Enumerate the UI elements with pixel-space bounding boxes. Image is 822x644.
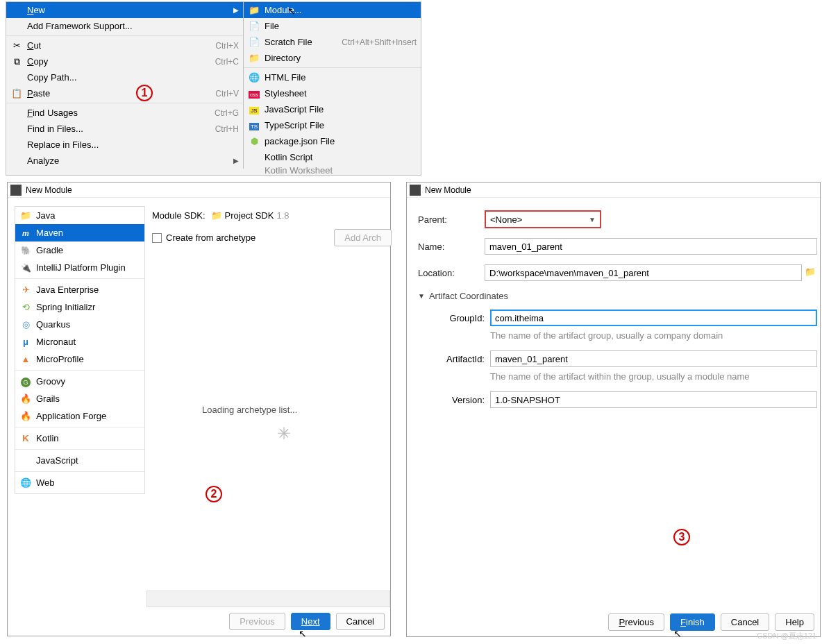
dialog-button-row: Previous Finish Cancel Help (608, 613, 814, 631)
sidebar-item-spring-initializr[interactable]: ⟲Spring Initializr (15, 298, 144, 316)
sidebar-item-quarkus[interactable]: ◎Quarkus (15, 316, 144, 333)
name-label: Name: (418, 242, 485, 252)
menu-item-cut[interactable]: ✂CutCtrl+X (6, 37, 243, 53)
sidebar-item-javascript[interactable]: JavaScript (15, 452, 144, 469)
menu-item-find-in-files-[interactable]: Find in Files...Ctrl+H (6, 121, 243, 137)
menu-item-find-usages[interactable]: Find UsagesCtrl+G (6, 105, 243, 121)
dialog-title-bar: New Module (8, 183, 390, 198)
menu-item-add-framework-support-[interactable]: Add Framework Support... (6, 18, 243, 34)
artifactid-input[interactable] (490, 350, 817, 367)
annotation-3: 3 (673, 529, 690, 545)
name-input[interactable] (485, 238, 817, 255)
sidebar-item-microprofile[interactable]: ▲MicroProfile (15, 350, 144, 368)
menu-item-paste[interactable]: 📋PasteCtrl+V (6, 85, 243, 101)
sidebar-item-intellij-platform-plugin[interactable]: 🔌IntelliJ Platform Plugin (15, 259, 144, 276)
module-sdk-dropdown[interactable]: 📁 Project SDK 1.8 (211, 210, 350, 221)
sidebar-item-java-enterprise[interactable]: ✈Java Enterprise (15, 281, 144, 298)
module-type-icon: 🔥 (19, 411, 32, 421)
menu-icon: JS (248, 104, 260, 115)
menu-item-stylesheet[interactable]: cssStylesheet (244, 85, 421, 101)
module-type-icon: 🔌 (19, 262, 32, 273)
menu-item-replace-in-files-[interactable]: Replace in Files... (6, 137, 243, 153)
menu-icon: 📁 (248, 53, 260, 63)
module-type-icon: ▲ (19, 354, 32, 364)
menu-item-html-file[interactable]: 🌐HTML File (244, 69, 421, 85)
menu-icon: css (248, 88, 260, 99)
menu-item-copy[interactable]: ⧉CopyCtrl+C (6, 53, 243, 69)
groupid-hint: The name of the artifact group, usually … (490, 330, 817, 341)
menu-item-kotlin-worksheet[interactable]: Kotlin Worksheet (244, 165, 421, 175)
version-label: Version: (437, 395, 485, 405)
dialog-title: New Module (425, 185, 471, 195)
sidebar-item-grails[interactable]: 🔥Grails (15, 390, 144, 407)
dialog-button-row: Previous Next Cancel (229, 613, 385, 630)
menu-item-javascript-file[interactable]: JSJavaScript File (244, 101, 421, 117)
module-type-icon: K (19, 433, 32, 443)
menu-item-kotlin-script[interactable]: Kotlin Script (244, 149, 421, 165)
create-from-archetype-label: Create from archetype (166, 232, 255, 243)
artifactid-label: ArtifactId: (437, 354, 485, 364)
next-button[interactable]: Next (291, 613, 330, 630)
archetype-list-placeholder (146, 591, 390, 607)
mouse-cursor: ↖ (287, 6, 296, 17)
cancel-button[interactable]: Cancel (721, 613, 769, 631)
sidebar-item-maven[interactable]: mMaven (15, 224, 144, 242)
artifact-coordinates-header[interactable]: ▼ Artifact Coordinates (418, 291, 817, 301)
previous-button[interactable]: Previous (229, 613, 285, 630)
new-module-dialog-step2: New Module 📁JavamMaven🐘Gradle🔌IntelliJ P… (7, 182, 391, 636)
module-type-icon: 🔥 (19, 393, 32, 404)
create-from-archetype-checkbox[interactable] (152, 233, 162, 243)
expand-triangle-icon: ▼ (418, 292, 425, 300)
menu-item-file[interactable]: 📄File (244, 18, 421, 34)
module-settings-panel: Module SDK: 📁 Project SDK 1.8 Create fro… (146, 206, 390, 246)
module-type-icon: 🌐 (19, 477, 32, 488)
loading-spinner-icon: ✳ (277, 424, 296, 443)
version-input[interactable] (490, 391, 817, 408)
context-menu: New▶Add Framework Support...✂CutCtrl+X⧉C… (6, 1, 421, 176)
context-menu-main: New▶Add Framework Support...✂CutCtrl+X⧉C… (6, 2, 244, 169)
menu-icon: 📄 (248, 21, 260, 31)
loading-text: Loading archetype list... (202, 405, 297, 415)
sidebar-item-java[interactable]: 📁Java (15, 207, 144, 224)
module-sdk-label: Module SDK: (152, 210, 206, 221)
menu-item-copy-path-[interactable]: Copy Path... (6, 69, 243, 85)
sidebar-item-groovy[interactable]: GGroovy (15, 373, 144, 390)
menu-item-module-[interactable]: 📁Module... (244, 2, 421, 18)
browse-folder-icon[interactable]: 📁 (805, 266, 817, 279)
module-form: Parent: <None> ▼ Name: Location: 📁 ▼ Art… (418, 210, 817, 412)
module-type-icon: ◎ (19, 319, 32, 330)
menu-item-directory[interactable]: 📁Directory (244, 50, 421, 66)
add-archetype-button[interactable]: Add Arch (334, 229, 392, 246)
cancel-button[interactable]: Cancel (336, 613, 385, 630)
groupid-input[interactable] (490, 310, 817, 326)
help-button[interactable]: Help (775, 613, 814, 631)
menu-icon: 📁 (248, 5, 260, 15)
menu-item-analyze[interactable]: Analyze▶ (6, 153, 243, 169)
parent-dropdown[interactable]: <None> ▼ (485, 210, 601, 228)
module-type-icon: m (19, 228, 32, 238)
mouse-cursor: ↖ (299, 628, 307, 639)
location-label: Location: (418, 268, 485, 278)
sidebar-item-micronaut[interactable]: μMicronaut (15, 333, 144, 350)
artifactid-hint: The name of the artifact within the grou… (490, 371, 817, 382)
menu-item-new[interactable]: New▶ (6, 2, 243, 18)
location-input[interactable] (485, 264, 802, 281)
menu-icon: ⧉ (10, 56, 23, 67)
module-type-icon: ✈ (19, 285, 32, 295)
menu-icon: ✂ (10, 40, 23, 51)
sidebar-item-application-forge[interactable]: 🔥Application Forge (15, 407, 144, 425)
chevron-down-icon: ▼ (589, 216, 596, 223)
menu-icon: 📋 (10, 88, 23, 99)
mouse-cursor: ↖ (673, 628, 682, 639)
module-type-icon: 🐘 (19, 245, 32, 255)
sidebar-item-web[interactable]: 🌐Web (15, 474, 144, 491)
previous-button[interactable]: Previous (608, 613, 664, 631)
menu-item-scratch-file[interactable]: 📄Scratch FileCtrl+Alt+Shift+Insert (244, 34, 421, 50)
module-type-sidebar: 📁JavamMaven🐘Gradle🔌IntelliJ Platform Plu… (15, 206, 145, 494)
menu-item-package-json-file[interactable]: ⬢package.json File (244, 133, 421, 149)
menu-item-typescript-file[interactable]: TSTypeScript File (244, 117, 421, 133)
sidebar-item-kotlin[interactable]: KKotlin (15, 430, 144, 447)
window-icon (410, 185, 421, 196)
sidebar-item-gradle[interactable]: 🐘Gradle (15, 242, 144, 259)
menu-icon: TS (248, 120, 260, 130)
